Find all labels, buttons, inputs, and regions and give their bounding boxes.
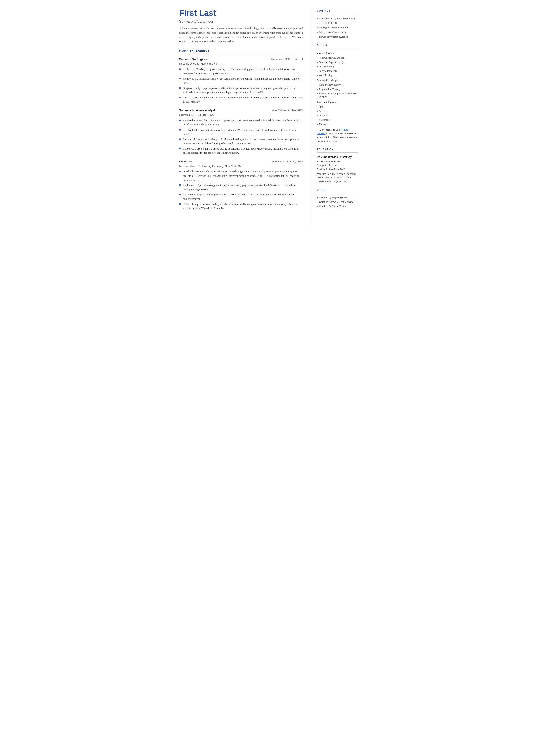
bullet-dot — [179, 184, 181, 186]
skills-section: SKILLS Technical Skills: •Test Cases(Adv… — [317, 43, 358, 143]
left-column: First Last Software QA Engineer Software… — [171, 9, 311, 228]
skill-jira: •Jira — [317, 105, 358, 109]
bullet-dot — [179, 78, 181, 79]
bullet-3-3: Received 70% approval rating from 32K sa… — [179, 193, 303, 201]
edu-location: Boston, MA — May 2010 — [317, 167, 358, 171]
bullet-dot — [179, 97, 181, 98]
bullet-1-2: Monitored the implementation of test aut… — [179, 77, 303, 85]
bullet-1-1: Achieved a 92% bugless project during a … — [179, 67, 303, 76]
skills-heading: SKILLS — [317, 43, 358, 47]
right-column: CONTACT • Columbia, SC (Open to Remote) … — [311, 9, 365, 228]
bullet-dot — [179, 148, 181, 149]
job-block-2: Software Business Analyst June 2013 – Oc… — [179, 108, 303, 155]
skill-web-testing: •Web Testing — [317, 73, 358, 77]
job-header-2: Software Business Analyst June 2013 – Oc… — [179, 108, 303, 113]
bullet-dot — [179, 68, 181, 70]
bullet-2-3: Launched initiative, which led to a $1M … — [179, 137, 303, 146]
bullet-3-4: Utilized best practices and coding stand… — [179, 202, 303, 210]
candidate-title: Software QA Engineer — [179, 19, 303, 24]
job-title-2: Software Business Analyst — [179, 108, 215, 113]
bullet-dot — [179, 120, 181, 121]
skill-scrum: •Scrum — [317, 109, 358, 113]
bullet-1-4: Led efforts that implemented changes in … — [179, 96, 303, 104]
job-bullets-1: Achieved a 92% bugless project during a … — [179, 67, 303, 104]
contact-phone: • +1-234-456-789 — [317, 21, 358, 25]
job-block-1: Software QA Engineer November 2015 – Pre… — [179, 57, 303, 104]
education-section: EDUCATION Resume Worded University Bache… — [317, 148, 358, 183]
other-item-1: •Certified Quality Engineer. — [317, 196, 358, 199]
job-bullets-3: Overhauled system architecture of RWEC b… — [179, 170, 303, 210]
job-block-3: Developer June 2010 – January 2013 Resum… — [179, 159, 303, 210]
bullet-1-3: Diagnosed early danger signs related to … — [179, 86, 303, 95]
edu-institution: Resume Worded University — [317, 155, 358, 159]
skill-maven: •Maven — [317, 123, 358, 126]
edu-awards: Awards: Resume Worded Teaching Fellow (o… — [317, 172, 358, 183]
contact-heading: CONTACT — [317, 9, 358, 13]
bullet-2-1: Received an award for completing 17 proj… — [179, 119, 303, 127]
job-dates-1: November 2015 – Present — [271, 57, 303, 61]
education-heading: EDUCATION — [317, 148, 358, 151]
contact-email: • email@resumeworded.com — [317, 26, 358, 30]
technical-skills-category: Technical Skills: — [317, 51, 358, 55]
other-item-2: •Certified Software Test Manager. — [317, 200, 358, 204]
other-item-3: •Certified Software Tester. — [317, 205, 358, 208]
job-header-1: Software QA Engineer November 2015 – Pre… — [179, 57, 303, 61]
tools-software-category: Tools and Software: — [317, 100, 358, 104]
skill-agile: •Agile Methodologies — [317, 83, 358, 87]
job-title-3: Developer — [179, 159, 193, 164]
other-heading: OTHER — [317, 188, 358, 192]
candidate-name: First Last — [179, 9, 303, 18]
promo-text: • Don't forget to use Resume Worded to s… — [317, 128, 358, 143]
skill-test-planning: •Test Planning — [317, 65, 358, 69]
edu-degree: Bachelor of Science — [317, 160, 358, 164]
bullet-2-2: Resolved data communication problems bet… — [179, 128, 303, 136]
bullet-dot — [179, 138, 181, 140]
contact-github: • github.com/resumeworded — [317, 35, 358, 39]
bullet-3-2: Implemented Ajax technology on 49 pages,… — [179, 183, 303, 192]
contact-location: • Columbia, SC (Open to Remote) — [317, 17, 358, 20]
skill-cucumber: •Cucumber — [317, 118, 358, 122]
skill-test-automation: •Test Automation — [317, 69, 358, 73]
skill-test-cases: •Test Cases(Advanced) — [317, 56, 358, 60]
bullet-dot — [179, 129, 181, 130]
job-dates-2: June 2013 – October 2015 — [271, 108, 303, 113]
work-experience-heading: WORK EXPERIENCE — [179, 49, 303, 53]
skill-jenkins: •Jenkins — [317, 114, 358, 118]
contact-linkedin: • linkedin.com/in/username — [317, 30, 358, 34]
job-header-3: Developer June 2010 – January 2013 — [179, 159, 303, 164]
edu-field: Computer Science — [317, 164, 358, 167]
skill-sdlc: •Software Development Life Cycle (SDLC) — [317, 92, 358, 99]
job-dates-3: June 2010 – January 2013 — [271, 160, 303, 164]
industry-knowledge-category: Industry Knowledge: — [317, 78, 358, 82]
bullet-2-4: Conceived a project for the onsite testi… — [179, 147, 303, 155]
contact-section: CONTACT • Columbia, SC (Open to Remote) … — [317, 9, 358, 39]
job-company-2: Growthsi, San Francisco, CA — [179, 113, 303, 117]
job-company-1: Resume Worded, New York, NY — [179, 62, 303, 66]
bullet-dot — [179, 203, 181, 205]
other-section: OTHER •Certified Quality Engineer. •Cert… — [317, 188, 358, 208]
bullet-dot — [179, 171, 181, 172]
summary-text: Software QA engineer with over 10 years … — [179, 26, 303, 43]
job-title-1: Software QA Engineer — [179, 57, 209, 61]
skill-regression: •Regression Testing — [317, 88, 358, 91]
bullet-dot — [179, 87, 181, 89]
job-bullets-2: Received an award for completing 17 proj… — [179, 119, 303, 155]
bullet-3-1: Overhauled system architecture of RWEC b… — [179, 170, 303, 182]
skill-testing: •Testing (Experienced) — [317, 61, 358, 64]
bullet-dot — [179, 194, 181, 195]
job-company-3: Resume Worded's Exciting Company, New Yo… — [179, 164, 303, 168]
